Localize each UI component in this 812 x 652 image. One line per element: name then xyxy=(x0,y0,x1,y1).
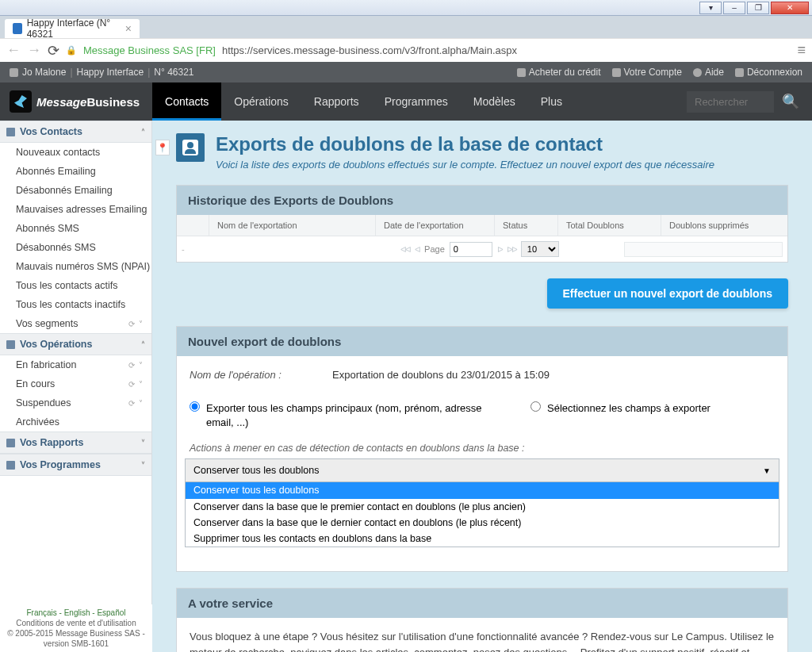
col-date[interactable]: Date de l'exportation xyxy=(375,215,494,236)
radio-export-all-input[interactable] xyxy=(190,401,200,412)
sidebar-item-arch[interactable]: Archivées xyxy=(0,412,151,431)
window-close[interactable]: ✕ xyxy=(771,2,809,14)
col-total[interactable]: Total Doublons xyxy=(557,215,661,236)
pager-first-icon[interactable]: ᐊᐊ xyxy=(400,245,410,254)
pin-sidebar-icon[interactable]: 📍 xyxy=(155,140,170,155)
nav-contacts[interactable]: Contacts xyxy=(152,82,221,121)
pager: - ᐊᐊ ᐊ Page ᐅ ᐅᐅ 10 xyxy=(177,236,787,262)
refresh-icon[interactable]: ⟳ ˅ xyxy=(128,399,144,408)
nav-operations[interactable]: Opérations xyxy=(221,82,301,121)
sidebar-item-fab[interactable]: En fabrication⟳ ˅ xyxy=(0,355,151,374)
col-name[interactable]: Nom de l'exportation xyxy=(209,215,375,236)
pager-last-icon[interactable]: ᐅᐅ xyxy=(507,245,516,254)
refresh-icon[interactable]: ⟳ ˅ xyxy=(128,320,144,328)
radio-export-select-input[interactable] xyxy=(530,401,541,412)
sidebar-item-inactive[interactable]: Tous les contacts inactifs xyxy=(0,295,151,314)
search-icon[interactable]: 🔍 xyxy=(782,93,799,110)
window-dropdown[interactable]: ▾ xyxy=(699,2,722,14)
nav-programmes[interactable]: Programmes xyxy=(372,82,461,121)
operation-name-input[interactable] xyxy=(332,366,775,384)
dropdown-selected: Conserver tous les doublons xyxy=(193,465,319,476)
logout-icon xyxy=(735,68,744,77)
col-removed[interactable]: Doublons supprimés xyxy=(661,215,787,236)
pager-size-select[interactable]: 10 xyxy=(521,241,559,257)
footer-copyright: © 2005-2015 Message Business SAS - versi… xyxy=(5,628,147,649)
sidebar-item-active[interactable]: Tous les contacts actifs xyxy=(0,276,151,295)
utility-bar: Jo Malone | Happy Interface | N° 46321 A… xyxy=(0,62,812,82)
window-maximize[interactable]: ❐ xyxy=(747,2,769,14)
dropdown-option[interactable]: Conserver dans la base que le dernier co… xyxy=(186,515,779,531)
radio-export-all[interactable]: Exporter tous les champs principaux (nom… xyxy=(190,401,483,430)
dropdown-option[interactable]: Conserver tous les doublons xyxy=(186,482,779,498)
footer-languages[interactable]: Français - English - Español xyxy=(5,608,147,618)
sidebar-item-unsub-sms[interactable]: Désabonnés SMS xyxy=(0,238,151,257)
browser-chrome: Happy Interface (N° 46321 × ← → ⟳ 🔒 Mess… xyxy=(0,16,812,62)
refresh-icon[interactable]: ⟳ ˅ xyxy=(128,380,144,389)
dropdown-option[interactable]: Supprimer tous les contacts en doublons … xyxy=(186,531,779,547)
tab-close-icon[interactable]: × xyxy=(125,22,132,35)
sidebar-section-operations[interactable]: Vos Opérations˄ xyxy=(0,333,151,355)
nav-plus[interactable]: Plus xyxy=(528,82,575,121)
sidebar-item-sub-sms[interactable]: Abonnés SMS xyxy=(0,219,151,238)
footer-terms[interactable]: Conditions de vente et d'utilisation xyxy=(5,618,147,628)
sidebar-item-new-contacts[interactable]: Nouveaux contacts xyxy=(0,143,151,162)
sidebar-item-bad-sms[interactable]: Mauvais numéros SMS (NPAI) xyxy=(0,257,151,276)
new-export-button[interactable]: Effectuer un nouvel export de doublons xyxy=(547,278,788,309)
nav-modeles[interactable]: Modèles xyxy=(461,82,528,121)
actions-dropdown[interactable]: Conserver tous les doublons ▼ xyxy=(185,458,779,482)
radio-export-select[interactable]: Sélectionnez les champs à exporter xyxy=(530,401,710,416)
sidebar-item-segments[interactable]: Vos segments⟳ ˅ xyxy=(0,314,151,333)
browser-toolbar: ← → ⟳ 🔒 Message Business SAS [FR] https:… xyxy=(0,38,812,62)
sidebar-item-susp[interactable]: Suspendues⟳ ˅ xyxy=(0,393,151,412)
sidebar-footer: Français - English - Español Conditions … xyxy=(0,604,152,652)
buy-credit-link[interactable]: Acheter du crédit xyxy=(517,67,601,78)
chevron-up-icon: ˄ xyxy=(141,128,145,136)
history-heading: Historique des Exports de Doublons xyxy=(177,186,787,215)
main-content: 📍 Exports de doublons de la base de cont… xyxy=(152,121,812,652)
your-account-link[interactable]: Votre Compte xyxy=(612,67,682,78)
window-minimize[interactable]: – xyxy=(723,2,745,14)
help-link[interactable]: Aide xyxy=(693,67,724,78)
account-number: N° 46321 xyxy=(154,67,193,78)
chevron-down-icon: ˅ xyxy=(141,461,145,470)
back-button[interactable]: ← xyxy=(6,42,21,59)
history-table-header: Nom de l'exportation Date de l'exportati… xyxy=(177,215,787,236)
username: Jo Malone xyxy=(22,67,66,78)
chevron-up-icon: ˄ xyxy=(141,340,145,349)
user-icon xyxy=(10,68,18,77)
reload-button[interactable]: ⟳ xyxy=(48,42,59,59)
new-export-panel: Nouvel export de doublons Nom de l'opéra… xyxy=(176,326,788,572)
contacts-icon xyxy=(6,128,15,136)
nav-rapports[interactable]: Rapports xyxy=(301,82,372,121)
sidebar-section-programs[interactable]: Vos Programmes˅ xyxy=(0,454,151,476)
folder-icon xyxy=(6,340,15,349)
pager-label: Page xyxy=(424,244,445,254)
main-nav: MessageBusiness Contacts Opérations Rapp… xyxy=(0,82,812,121)
browser-tab[interactable]: Happy Interface (N° 46321 × xyxy=(5,19,140,38)
sidebar-item-bad-email[interactable]: Mauvaises adresses Emailing xyxy=(0,200,151,219)
sidebar-section-contacts[interactable]: Vos Contacts˄ xyxy=(0,121,151,143)
sidebar-item-encours[interactable]: En cours⟳ ˅ xyxy=(0,374,151,393)
logout-link[interactable]: Déconnexion xyxy=(735,67,802,78)
col-status[interactable]: Status xyxy=(494,215,557,236)
url-display[interactable]: https://services.message-business.com/v3… xyxy=(222,44,517,56)
pager-prev-icon[interactable]: ᐊ xyxy=(415,245,419,254)
lock-icon: 🔒 xyxy=(66,45,77,56)
sidebar-item-unsub-email[interactable]: Désabonnés Emailing xyxy=(0,181,151,200)
gear-icon xyxy=(6,461,15,470)
history-panel: Historique des Exports de Doublons Nom d… xyxy=(176,185,788,263)
favicon-icon xyxy=(13,23,22,34)
os-window-chrome: ▾ – ❐ ✕ xyxy=(0,0,812,16)
product-name: Happy Interface xyxy=(77,67,144,78)
forward-button[interactable]: → xyxy=(27,42,41,59)
sidebar-section-reports[interactable]: Vos Rapports˅ xyxy=(0,431,151,454)
operation-name-label: Nom de l'opération : xyxy=(190,369,316,381)
browser-menu-icon[interactable]: ≡ xyxy=(797,42,806,59)
logo[interactable]: MessageBusiness xyxy=(10,90,140,113)
dropdown-option[interactable]: Conserver dans la base que le premier co… xyxy=(186,499,779,515)
search-input[interactable] xyxy=(687,91,774,113)
refresh-icon[interactable]: ⟳ ˅ xyxy=(128,361,144,370)
pager-page-input[interactable] xyxy=(450,242,492,257)
sidebar-item-sub-email[interactable]: Abonnés Emailing xyxy=(0,162,151,181)
pager-next-icon[interactable]: ᐅ xyxy=(497,245,502,254)
